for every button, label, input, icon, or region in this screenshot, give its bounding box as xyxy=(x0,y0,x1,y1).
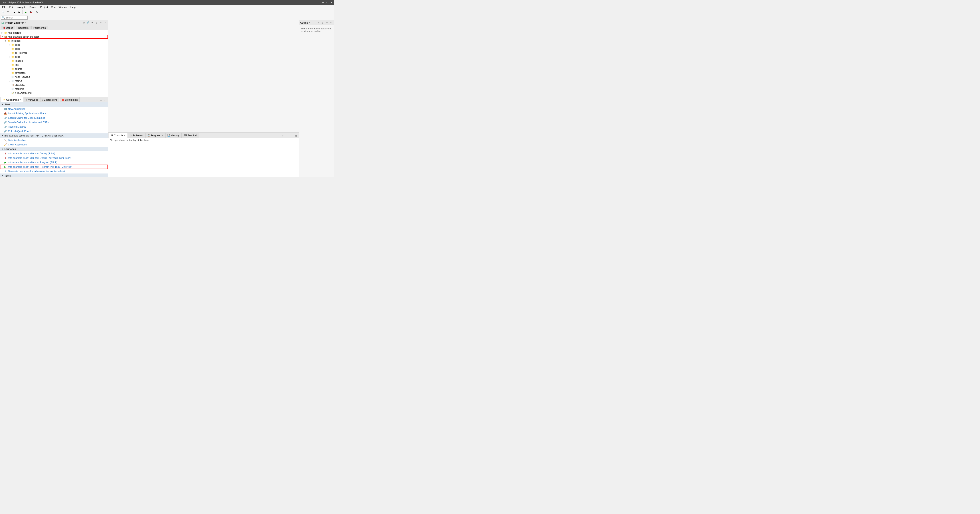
console-tab-close[interactable]: ☓ xyxy=(124,134,125,137)
tab-memory[interactable]: 💾 Memory xyxy=(165,133,181,137)
close-button[interactable]: ✕ xyxy=(330,1,332,4)
minimize-panel-icon[interactable]: ─ xyxy=(99,21,102,24)
search-input[interactable] xyxy=(6,16,23,19)
search-wrapper[interactable]: 🔍 xyxy=(1,16,28,19)
qp-clean-app[interactable]: 🧹 Clean Application xyxy=(0,142,108,147)
menu-file[interactable]: File xyxy=(1,6,8,9)
tab-expressions[interactable]: 𝑓 Expressions xyxy=(40,97,59,102)
console-tab-label: Console xyxy=(114,134,123,137)
menu-navigate[interactable]: Navigate xyxy=(15,6,28,9)
outline-minimize-icon[interactable]: ─ xyxy=(325,21,329,24)
tab-problems[interactable]: ⚠ Problems xyxy=(128,133,145,137)
tree-item-bsps[interactable]: ▶ 📁 bsps xyxy=(0,43,108,47)
menu-window[interactable]: Window xyxy=(57,6,68,9)
minimize-qp-icon[interactable]: ─ xyxy=(99,99,103,102)
clear-console-icon[interactable]: ✕ xyxy=(281,134,285,137)
menu-help[interactable]: Help xyxy=(69,6,77,9)
tab-console[interactable]: 🖥 Console ☓ xyxy=(109,133,127,137)
maximize-console-icon[interactable]: □ xyxy=(294,134,298,137)
tree-item-build[interactable]: 📁 build xyxy=(0,47,108,51)
tab-progress[interactable]: ⏳ Progress ☓ xyxy=(145,133,165,137)
tab-debug[interactable]: 🐞 Debug xyxy=(1,26,15,29)
maximize-qp-icon[interactable]: □ xyxy=(103,99,107,102)
tree-item-license[interactable]: 📋 LICENSE xyxy=(0,83,108,87)
minimize-console-icon[interactable]: ─ xyxy=(290,134,293,137)
tab-quick-panel[interactable]: ⚡ Quick Panel ☓ xyxy=(1,97,23,102)
run-button[interactable]: ▶ xyxy=(24,10,28,14)
menu-run[interactable]: Run xyxy=(49,6,57,9)
tree-item-heap-usage[interactable]: 📄 heap_usage.c xyxy=(0,75,108,79)
arrow-libs xyxy=(8,64,11,66)
tab-terminal[interactable]: ⌨ Terminal xyxy=(182,133,199,137)
progress-tab-close[interactable]: ☓ xyxy=(162,134,163,137)
tree-item-project[interactable]: ▼ 📦 mtb-example-psoc4-dfu-host xyxy=(0,35,108,39)
debug-button[interactable]: 🐞 xyxy=(29,10,33,14)
tree-item-images[interactable]: 📁 images xyxy=(0,59,108,63)
maximize-panel-icon[interactable]: □ xyxy=(103,21,107,24)
qp-section-start[interactable]: ▼ Start xyxy=(0,102,108,107)
tree-item-deps[interactable]: ▶ 📁 deps xyxy=(0,55,108,59)
tree-item-mtb-shared[interactable]: ▶ 📁 mtb_shared xyxy=(0,31,108,35)
tab-breakpoints[interactable]: 🔴 Breakpoints xyxy=(60,97,80,102)
outline-maximize-icon[interactable]: □ xyxy=(329,21,333,24)
tree-item-makefile[interactable]: 📄 Makefile xyxy=(0,87,108,91)
qp-training[interactable]: 🔗 Training Material xyxy=(0,125,108,129)
toolbar-sep-2 xyxy=(22,10,23,14)
outline-sort-icon[interactable]: ↕ xyxy=(317,21,320,24)
outline-header: Outline ☓ ↕ ⋮ ─ □ xyxy=(299,20,334,26)
minimize-button[interactable]: ─ xyxy=(322,1,324,4)
qp-debug-jlink[interactable]: ⚙ mtb-example-psoc4-dfu-host Debug (JLin… xyxy=(0,151,108,156)
outline-tab-close[interactable]: ☓ xyxy=(309,22,310,24)
qp-import-existing[interactable]: 📥 Import Existing Application In-Place xyxy=(0,111,108,116)
program-kitprog-icon: ▶ xyxy=(3,165,7,169)
console-menu-icon[interactable]: ⋮ xyxy=(285,134,289,137)
qp-search-libraries[interactable]: 🔗 Search Online for Libraries and BSPs xyxy=(0,120,108,125)
tree-item-readme[interactable]: 📝 > README.md xyxy=(0,91,108,95)
qp-generate-launches[interactable]: ⚙ Generate Launches for mtb-example-psoc… xyxy=(0,169,108,174)
project-explorer-tab-close[interactable]: ☓ xyxy=(25,22,26,24)
qp-section-project[interactable]: ▼ mtb-example-psoc4-dfu-host (APP_CY8CKI… xyxy=(0,133,108,138)
back-button[interactable]: ◀ xyxy=(12,10,17,14)
tree-item-templates[interactable]: 📁 templates xyxy=(0,71,108,75)
folder-icon-libs: 📁 xyxy=(11,63,14,66)
menu-edit[interactable]: Edit xyxy=(8,6,15,9)
folder-icon-deps: 📁 xyxy=(11,55,14,58)
refresh-button[interactable]: ↻ xyxy=(35,10,40,14)
qp-section-launches[interactable]: ▼ Launches xyxy=(0,147,108,151)
qp-debug-kitprog[interactable]: ⚙ mtb-example-psoc4-dfu-host Debug (KitP… xyxy=(0,156,108,160)
qp-build-app[interactable]: 🔨 Build Application xyxy=(0,138,108,142)
problems-tab-icon: ⚠ xyxy=(130,134,132,137)
quick-panel-tab-close[interactable]: ☓ xyxy=(20,99,21,101)
tree-item-libs[interactable]: 📁 libs xyxy=(0,63,108,67)
training-icon: 🔗 xyxy=(3,125,7,128)
tree-item-main-c[interactable]: ▶ 📄 main.c xyxy=(0,79,108,83)
qp-section-tools[interactable]: ▼ Tools xyxy=(0,174,108,177)
link-editor-icon[interactable]: 🔗 xyxy=(86,21,90,24)
qp-new-application[interactable]: 🆕 New Application xyxy=(0,107,108,111)
arrow-readme xyxy=(8,91,11,94)
tree-item-includes[interactable]: ▶ 📁 Includes xyxy=(0,39,108,43)
collapse-all-icon[interactable]: ⊟ xyxy=(82,21,86,24)
qp-refresh[interactable]: 🔗 Refresh Quick Panel xyxy=(0,129,108,133)
title-bar-controls[interactable]: ─ □ ✕ xyxy=(322,1,332,4)
qp-program-kitprog[interactable]: ▶ mtb-example-psoc4-dfu-host Program (Ki… xyxy=(0,164,108,169)
forward-button[interactable]: ▶ xyxy=(17,10,22,14)
qp-search-code-examples[interactable]: 🔗 Search Online for Code Examples xyxy=(0,116,108,120)
tab-variables[interactable]: ⊛ Variables xyxy=(24,97,40,102)
filter-icon[interactable]: ▼ xyxy=(90,21,94,24)
menu-project[interactable]: Project xyxy=(39,6,49,9)
tree-item-ce-internal[interactable]: 📁 ce_internal xyxy=(0,51,108,55)
menu-search[interactable]: Search xyxy=(28,6,38,9)
expressions-icon: 𝑓 xyxy=(43,99,43,101)
outline-menu-icon[interactable]: ⋮ xyxy=(321,21,325,24)
view-menu-icon[interactable]: ⋮ xyxy=(95,21,98,24)
new-file-button[interactable]: 📄 xyxy=(1,10,5,14)
maximize-button[interactable]: □ xyxy=(326,1,328,4)
tree-item-source[interactable]: 📁 source xyxy=(0,67,108,71)
save-button[interactable]: 💾 xyxy=(6,10,10,14)
editor-area xyxy=(108,20,299,132)
tab-peripherals[interactable]: Peripherals xyxy=(31,26,48,29)
qp-program-jlink[interactable]: ▶ mtb-example-psoc4-dfu-host Program (JL… xyxy=(0,160,108,164)
tab-registers[interactable]: Registers xyxy=(16,26,30,29)
folder-icon-images: 📁 xyxy=(11,59,14,62)
